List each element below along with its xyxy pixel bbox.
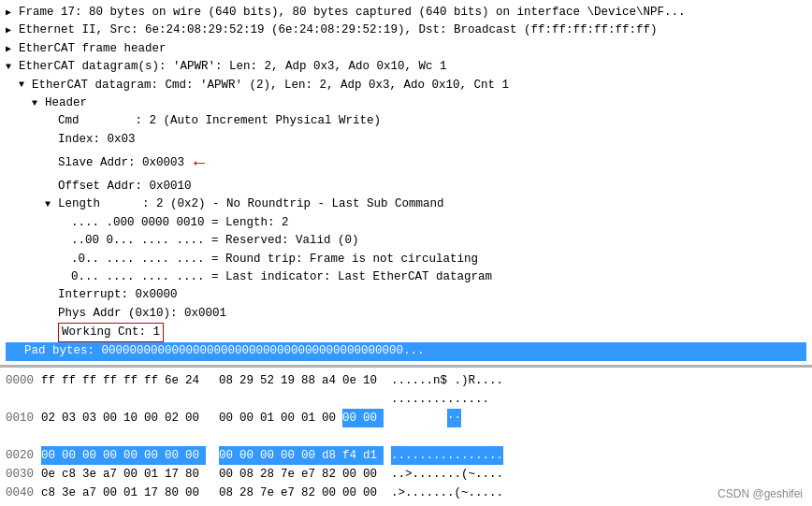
expand-ethercat-header[interactable]: ▶: [6, 42, 17, 57]
expand-ethercat-datagram[interactable]: ▼: [19, 78, 30, 93]
hex-byte: 80: [185, 465, 206, 484]
expand-roundtrip: [58, 252, 69, 267]
detail-line-ethernet: ▶ Ethernet II, Src: 6e:24:08:29:52:19 (6…: [6, 22, 806, 39]
hex-byte: 00: [62, 446, 82, 465]
expand-pad: [11, 344, 22, 359]
phys-addr-text: Phys Addr (0x10): 0x0001: [58, 305, 226, 323]
hex-byte: 00: [342, 409, 363, 427]
hex-byte: 08: [219, 484, 239, 502]
detail-line-interrupt: Interrupt: 0x0000: [6, 286, 806, 304]
detail-line-ethercat-datagram: ▼ EtherCAT datagram: Cmd: 'APWR' (2), Le…: [6, 77, 806, 94]
hex-byte: ff: [41, 371, 62, 390]
hex-byte: 00: [123, 446, 144, 465]
expand-length[interactable]: ▼: [45, 197, 56, 212]
expand-length-bits: [58, 216, 69, 231]
expand-cmd: [45, 114, 56, 129]
ethernet-text: Ethernet II, Src: 6e:24:08:29:52:19 (6e:…: [19, 22, 658, 39]
hex-bytes-0020: 00 00 00 00 00 00 00 00 00 00 00 00 00 d…: [41, 446, 384, 465]
hex-byte: 10: [363, 371, 384, 390]
length-bits-text: .... .000 0000 0010 = Length: 2: [71, 214, 289, 232]
ethercat-datagrams-text: EtherCAT datagram(s): 'APWR': Len: 2, Ad…: [19, 58, 447, 76]
hex-byte: 01: [144, 465, 165, 484]
last-indicator-text: 0... .... .... .... = Last indicator: La…: [71, 268, 492, 286]
hex-ascii-0020: ................: [391, 446, 503, 465]
hex-byte: 03: [82, 409, 103, 427]
hex-byte: ff: [123, 371, 144, 390]
hex-byte: ff: [62, 371, 82, 390]
hex-byte: 00: [301, 446, 322, 465]
expand-slave: [45, 156, 56, 171]
hex-byte: 00: [260, 446, 281, 465]
hex-bytes-0000: ff ff ff ff ff ff 6e 24 08 29 52 19 88 a…: [41, 371, 384, 390]
hex-byte: 00: [219, 409, 239, 427]
hex-offset-0010: 0010: [6, 409, 41, 427]
hex-byte: 10: [123, 409, 144, 427]
hex-byte: 00: [144, 409, 165, 427]
ethercat-datagram-text: EtherCAT datagram: Cmd: 'APWR' (2), Len:…: [32, 77, 509, 94]
hex-byte: 00: [103, 484, 123, 502]
roundtrip-text: .0.. .... .... .... = Round trip: Frame …: [71, 251, 478, 268]
expand-interrupt: [45, 288, 56, 303]
offset-addr-text: Offset Addr: 0x0010: [58, 178, 192, 195]
detail-line-reserved: ..00 0... .... .... = Reserved: Valid (0…: [6, 232, 806, 250]
slave-addr-text: Slave Addr: 0x0003: [58, 154, 184, 172]
hex-byte: 08: [239, 465, 260, 484]
hex-byte: 00: [322, 484, 342, 502]
hex-byte: 00: [342, 465, 363, 484]
expand-header[interactable]: ▼: [32, 96, 43, 111]
detail-line-last-indicator: 0... .... .... .... = Last indicator: La…: [6, 268, 806, 286]
hex-row-0000: 0000 ff ff ff ff ff ff 6e 24 08 29 52 19…: [6, 371, 806, 390]
expand-phys-addr: [45, 307, 56, 322]
hex-row-0020: 0020 00 00 00 00 00 00 00 00 00 00 00 00…: [6, 446, 806, 465]
hex-byte: 00: [219, 446, 239, 465]
hex-byte: e7: [301, 465, 322, 484]
expand-frame[interactable]: ▶: [6, 6, 17, 21]
hex-byte: 00: [103, 409, 123, 427]
hex-byte: 3e: [62, 484, 82, 502]
detail-line-header: ▼ Header: [6, 94, 806, 112]
hex-ascii-0040: .>.......(~.....: [391, 484, 503, 502]
hex-byte: 02: [41, 409, 62, 427]
expand-working-cnt: [45, 325, 56, 340]
pad-bytes-text: Pad bytes: 00000000000000000000000000000…: [24, 342, 425, 360]
hex-byte: 00: [185, 409, 206, 427]
hex-ascii-0030: ..>.......(~....: [391, 465, 503, 484]
hex-byte: 00: [363, 465, 384, 484]
hex-byte: ff: [103, 371, 123, 390]
expand-last-indicator: [58, 270, 69, 285]
hex-bytes-0040: c8 3e a7 00 01 17 80 00 08 28 7e e7 82 0…: [41, 484, 384, 502]
hex-byte: 24: [185, 371, 206, 390]
hex-byte: 6e: [165, 371, 185, 390]
hex-offset-0040: 0040: [6, 484, 41, 502]
expand-ethernet[interactable]: ▶: [6, 23, 17, 38]
detail-line-slave-addr: Slave Addr: 0x0003 ←: [6, 149, 806, 178]
cmd-text: Cmd : 2 (Auto Increment Physical Write): [58, 112, 381, 130]
hex-dump-pane: 0000 ff ff ff ff ff ff 6e 24 08 29 52 19…: [0, 368, 812, 506]
frame-text: Frame 17: 80 bytes on wire (640 bits), 8…: [19, 4, 686, 22]
hex-byte: 00: [185, 446, 206, 465]
hex-byte: c8: [41, 484, 62, 502]
hex-byte: d1: [363, 446, 384, 465]
hex-byte: 03: [62, 409, 82, 427]
hex-byte: 00: [82, 446, 103, 465]
detail-line-ethercat-header: ▶ EtherCAT frame header: [6, 40, 806, 58]
hex-offset-0020: 0020: [6, 446, 41, 465]
watermark: CSDN @geshifei: [718, 487, 803, 500]
detail-line-pad-bytes: Pad bytes: 00000000000000000000000000000…: [6, 342, 806, 360]
detail-line-length: ▼ Length : 2 (0x2) - No Roundtrip - Last…: [6, 195, 806, 213]
hex-offset-0030: 0030: [6, 465, 41, 484]
hex-ascii-0010: .............. ··: [391, 390, 489, 446]
ethercat-header-text: EtherCAT frame header: [19, 40, 167, 58]
hex-byte: 01: [301, 409, 322, 427]
hex-byte: 80: [165, 484, 185, 502]
hex-byte: 00: [41, 446, 62, 465]
hex-byte: 01: [123, 484, 144, 502]
expand-ethercat-datagrams[interactable]: ▼: [6, 60, 17, 75]
hex-byte: 17: [165, 465, 185, 484]
hex-byte: 3e: [82, 465, 103, 484]
detail-line-working-cnt: Working Cnt: 1: [6, 323, 806, 342]
detail-line-offset-addr: Offset Addr: 0x0010: [6, 178, 806, 195]
hex-byte: c8: [62, 465, 82, 484]
working-cnt-text: Working Cnt: 1: [58, 323, 164, 342]
hex-byte: 01: [260, 409, 281, 427]
